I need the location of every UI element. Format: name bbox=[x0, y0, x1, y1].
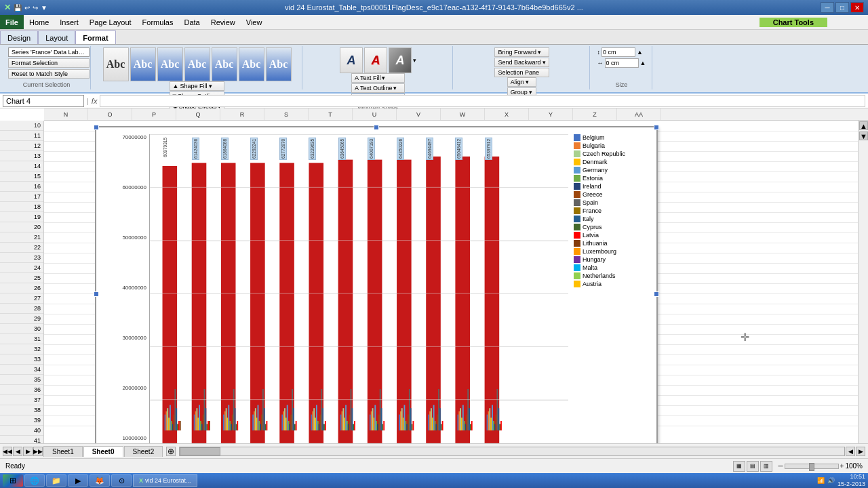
shape-fill-icon: ▲ bbox=[173, 83, 179, 89]
menu-formulas[interactable]: Formulas bbox=[137, 15, 179, 29]
zoom-thumb[interactable] bbox=[809, 463, 814, 471]
abc-btn-6[interactable]: Abc bbox=[239, 47, 264, 81]
formula-input[interactable] bbox=[100, 95, 865, 107]
abc-btn-5[interactable]: Abc bbox=[212, 47, 237, 81]
view-buttons: ▦ ▤ ▥ bbox=[733, 461, 772, 472]
selection-pane-btn[interactable]: Selection Pane bbox=[494, 68, 549, 77]
width-input[interactable] bbox=[605, 58, 639, 68]
menu-review[interactable]: Review bbox=[205, 15, 241, 29]
plot-area[interactable]: 60979315 61424036 61864088 62292241 6277… bbox=[149, 134, 568, 453]
svg-rect-86 bbox=[345, 405, 347, 431]
vertical-scrollbar[interactable]: ▲ ▼ bbox=[858, 121, 868, 471]
quick-access-save[interactable]: 💾 bbox=[14, 4, 22, 12]
sheet-nav-last[interactable]: ▶▶ bbox=[33, 447, 43, 456]
wordart-btn-2[interactable]: A bbox=[364, 47, 387, 73]
svg-rect-54 bbox=[267, 421, 268, 430]
taskbar-excel-window[interactable]: X vid 24 Eurostat... bbox=[133, 474, 197, 487]
resize-handle-tc[interactable] bbox=[374, 125, 379, 130]
menu-home[interactable]: Home bbox=[24, 15, 54, 29]
scroll-thumb[interactable] bbox=[180, 447, 220, 455]
page-layout-btn[interactable]: ▤ bbox=[747, 461, 759, 472]
send-backward-btn[interactable]: Send Backward ▾ bbox=[494, 58, 549, 67]
horizontal-scrollbar[interactable] bbox=[179, 447, 845, 456]
tab-layout[interactable]: Layout bbox=[38, 30, 75, 44]
abc-btn-4[interactable]: Abc bbox=[184, 47, 210, 81]
resize-handle-tl[interactable] bbox=[94, 125, 99, 130]
scroll-up-btn[interactable]: ▲ bbox=[859, 121, 868, 130]
minimize-button[interactable]: ─ bbox=[821, 2, 834, 13]
name-box[interactable] bbox=[3, 95, 84, 107]
ribbon-group-shape-styles: Abc Abc Abc Abc Abc Abc Abc ▲ Shape Fill… bbox=[92, 46, 302, 89]
zoom-out-btn[interactable]: ─ bbox=[778, 462, 783, 470]
quick-access-more[interactable]: ▼ bbox=[41, 4, 47, 12]
menu-file[interactable]: File bbox=[0, 15, 24, 29]
taskbar-firefox[interactable]: 🦊 bbox=[90, 474, 110, 487]
wordart-btn-3[interactable]: A bbox=[389, 47, 412, 73]
svg-rect-103 bbox=[380, 389, 381, 430]
bring-forward-btn[interactable]: Bring Forward ▾ bbox=[494, 47, 549, 57]
sheet-nav-next[interactable]: ▶ bbox=[23, 447, 33, 456]
tab-format[interactable]: Format bbox=[75, 30, 115, 44]
resize-handle-rc[interactable] bbox=[654, 291, 659, 297]
shape-fill-btn[interactable]: ▲ Shape Fill ▾ bbox=[170, 81, 225, 91]
legend-color-hungary bbox=[574, 256, 580, 263]
menu-bar: File Home Insert Page Layout Formulas Da… bbox=[0, 15, 868, 30]
close-button[interactable]: ✕ bbox=[850, 2, 864, 13]
svg-rect-148 bbox=[488, 411, 490, 430]
zoom-slider[interactable] bbox=[785, 464, 839, 469]
abc-btn-2[interactable]: Abc bbox=[130, 47, 156, 81]
wordart-more-btn[interactable]: ▾ bbox=[413, 57, 416, 64]
taskbar-explorer[interactable]: 📁 bbox=[46, 474, 66, 487]
wordart-btn-1[interactable]: A bbox=[340, 47, 363, 73]
sheet-nav-prev[interactable]: ◀ bbox=[13, 447, 22, 456]
scroll-right-btn[interactable]: ▶ bbox=[856, 447, 865, 456]
maximize-button[interactable]: □ bbox=[835, 2, 849, 13]
taskbar-ie[interactable]: 🌐 bbox=[24, 474, 45, 487]
col-header-o: O bbox=[88, 108, 132, 120]
abc-btn-1[interactable]: Abc bbox=[103, 47, 129, 81]
taskbar-media[interactable]: ▶ bbox=[68, 474, 88, 487]
height-spinner-up[interactable]: ▲ bbox=[637, 49, 643, 56]
scroll-left-btn[interactable]: ◀ bbox=[846, 447, 855, 456]
chart-4[interactable]: 70000000 60000000 50000000 40000000 3000… bbox=[95, 126, 658, 462]
width-spinner-up[interactable]: ▲ bbox=[640, 60, 646, 66]
resize-handle-tr[interactable] bbox=[654, 125, 659, 130]
legend-item-latvia: Latvia bbox=[574, 232, 653, 239]
taskbar-chrome[interactable]: ⊙ bbox=[111, 474, 132, 487]
menu-page-layout[interactable]: Page Layout bbox=[84, 15, 137, 29]
sheet-nav-first[interactable]: ◀◀ bbox=[3, 447, 12, 456]
abc-btn-3[interactable]: Abc bbox=[157, 47, 183, 81]
menu-view[interactable]: View bbox=[241, 15, 268, 29]
page-break-btn[interactable]: ▥ bbox=[760, 461, 772, 472]
format-selection-btn[interactable]: Format Selection bbox=[8, 58, 90, 68]
sheet-tab-2[interactable]: Sheet0 bbox=[83, 446, 123, 457]
svg-rect-92 bbox=[353, 424, 354, 430]
tab-design[interactable]: Design bbox=[0, 30, 38, 44]
zoom-in-btn[interactable]: + bbox=[840, 462, 844, 470]
add-sheet-btn[interactable]: ⊕ bbox=[166, 447, 176, 456]
sheet-tab-3[interactable]: Sheet2 bbox=[124, 446, 163, 457]
quick-access-undo[interactable]: ↩ bbox=[24, 4, 30, 12]
start-button[interactable]: ⊞ bbox=[3, 474, 23, 487]
svg-rect-147 bbox=[487, 415, 488, 431]
sheet-tab-1[interactable]: Sheet1 bbox=[43, 446, 83, 457]
chart-tools-label: Chart Tools bbox=[760, 18, 827, 27]
menu-insert[interactable]: Insert bbox=[54, 15, 84, 29]
svg-rect-88 bbox=[348, 424, 349, 430]
normal-view-btn[interactable]: ▦ bbox=[733, 461, 745, 472]
scroll-down-btn[interactable]: ▼ bbox=[859, 131, 868, 140]
resize-handle-lc[interactable] bbox=[94, 291, 99, 297]
text-fill-btn[interactable]: A Text Fill ▾ bbox=[351, 73, 405, 83]
text-outline-btn[interactable]: A Text Outline ▾ bbox=[351, 83, 405, 93]
height-input[interactable] bbox=[601, 47, 635, 57]
reset-style-btn[interactable]: Reset to Match Style bbox=[8, 69, 90, 79]
window-controls[interactable]: ─ □ ✕ bbox=[821, 2, 864, 13]
align-btn[interactable]: Align ▾ bbox=[507, 77, 537, 87]
svg-rect-36 bbox=[231, 424, 232, 430]
quick-access-redo[interactable]: ↪ bbox=[33, 4, 38, 12]
abc-btn-7[interactable]: Abc bbox=[266, 47, 292, 81]
menu-data[interactable]: Data bbox=[178, 15, 205, 29]
series-selector[interactable]: Series 'France' Data Labe... bbox=[8, 47, 90, 57]
legend-item-austria: Austria bbox=[574, 281, 653, 287]
ribbon-group-current-selection: Series 'France' Data Labe... Format Sele… bbox=[3, 46, 91, 89]
